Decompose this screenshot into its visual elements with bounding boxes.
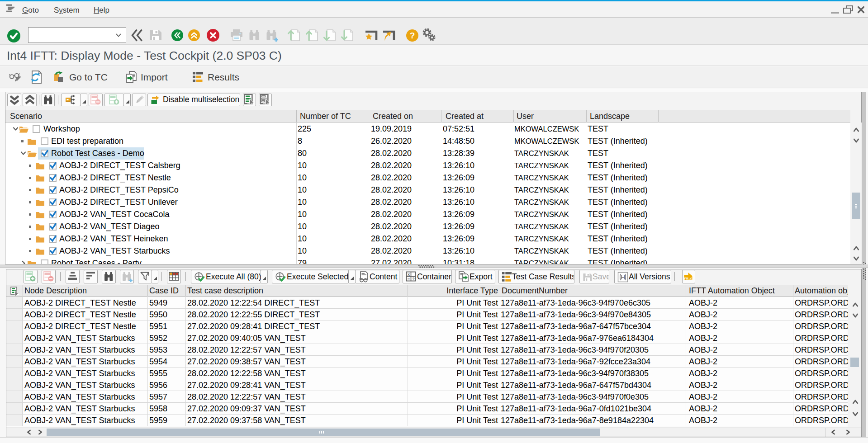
svg-text:H: H (621, 274, 625, 281)
svg-text:x: x (408, 272, 410, 277)
svg-text:=: = (408, 277, 410, 281)
svg-text:?: ? (409, 31, 415, 40)
svg-text:?: ? (412, 277, 415, 281)
